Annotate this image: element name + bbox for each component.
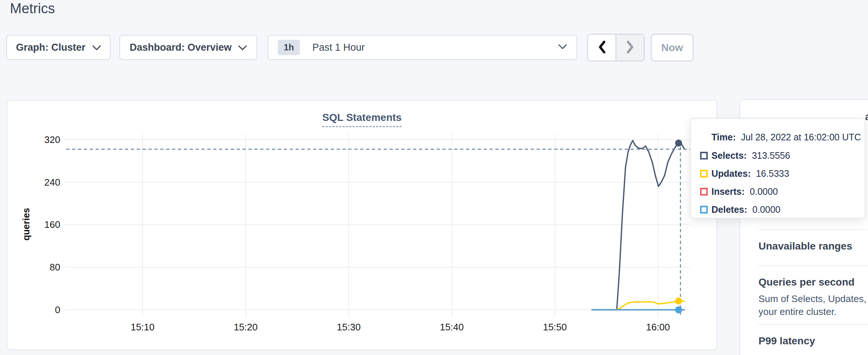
tooltip-time-label: Time: [711,132,736,143]
sidebar-item-title[interactable]: P99 latency [758,335,868,347]
dashboard-dropdown[interactable]: Dashboard: Overview [119,35,257,60]
time-range-label: Past 1 Hour [312,42,365,53]
chevron-left-icon [598,40,606,55]
chart-title-wrap: SQL Statements [7,112,717,127]
sidebar-item: Unavailable ranges [758,230,868,265]
series-swatch-icon [700,206,708,214]
tooltip-row-selects: Selects:313.5556 [700,147,865,165]
tooltip-series-value: 0.0000 [750,186,778,197]
chevron-right-icon [626,40,634,55]
prev-time-window-button[interactable] [588,35,616,61]
tooltip-series-label: Deletes: [711,204,747,215]
clipped-text-fragment: a [865,111,868,123]
sidebar-item: Queries per secondSum of Selects, Update… [758,266,868,324]
time-window-nav [587,34,645,61]
tooltip-series-value: 16.5333 [756,168,789,179]
time-range-selector[interactable]: 1h Past 1 Hour [268,35,577,60]
tooltip-series-value: 0.0000 [752,204,780,215]
tooltip-series-value: 313.5556 [752,150,790,161]
sidebar-item-title[interactable]: Queries per second [758,276,868,288]
summary-items: Unavailable rangesQueries per secondSum … [758,229,868,355]
sidebar-item: P99 latency [758,325,868,355]
time-range-badge: 1h [278,40,300,55]
dashboard-dropdown-label: Dashboard: Overview [130,42,232,53]
chevron-down-icon [92,42,101,53]
tooltip-series-label: Inserts: [711,186,745,197]
tooltip-series-rows: Selects:313.5556Updates:16.5333Inserts:0… [700,147,865,219]
sql-statements-chart-card: SQL Statements [7,100,717,350]
chevron-down-icon [558,44,567,51]
sidebar-item-title[interactable]: Unavailable ranges [758,240,868,252]
now-button[interactable]: Now [651,34,693,61]
chart-hover-tooltip: Time: Jul 28, 2022 at 16:02:00 UTC Selec… [690,118,865,219]
tooltip-series-label: Updates: [711,168,751,179]
sidebar-item-description: Sum of Selects, Updates, Insertsyour ent… [758,293,868,318]
graph-dropdown[interactable]: Graph: Cluster [6,35,111,60]
tooltip-time-row: Time: Jul 28, 2022 at 16:02:00 UTC [711,130,865,144]
tooltip-time-value: Jul 28, 2022 at 16:02:00 UTC [741,132,861,143]
tooltip-row-updates: Updates:16.5333 [700,165,865,183]
page-title: Metrics [10,1,55,17]
graph-dropdown-label: Graph: Cluster [16,42,85,53]
chevron-down-icon [238,42,247,53]
tooltip-row-deletes: Deletes:0.0000 [700,201,865,219]
series-swatch-icon [700,188,708,196]
chart-title[interactable]: SQL Statements [322,112,402,127]
next-time-window-button[interactable] [616,35,644,61]
series-swatch-icon [700,152,708,159]
tooltip-series-label: Selects: [711,150,747,161]
series-swatch-icon [700,170,708,178]
tooltip-row-inserts: Inserts:0.0000 [700,183,865,201]
